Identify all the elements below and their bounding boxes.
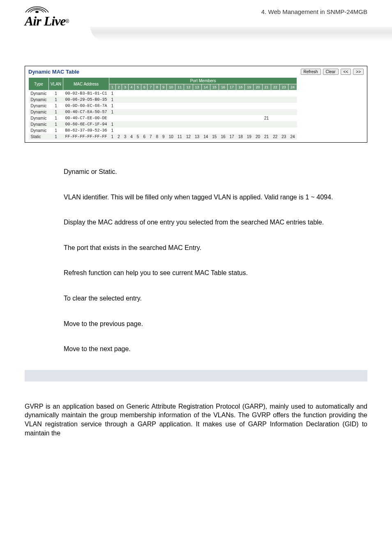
cell-port — [271, 121, 279, 127]
next-button[interactable]: >> — [353, 69, 364, 75]
cell-port — [122, 115, 129, 121]
cell-port — [219, 103, 227, 109]
cell-port — [193, 115, 201, 121]
cell-port — [254, 90, 262, 97]
cell-port — [262, 97, 271, 103]
cell-port — [288, 90, 297, 97]
cell-port: 20 — [254, 134, 262, 140]
prev-button[interactable]: << — [341, 69, 351, 75]
cell-port — [271, 109, 279, 115]
cell-port — [236, 109, 245, 115]
port-col-14: 14 — [201, 84, 210, 90]
port-col-5: 5 — [135, 84, 141, 90]
gvrp-paragraph: GVRP is an application based on Generic … — [25, 402, 367, 437]
cell-port — [135, 127, 141, 134]
cell-vlan: 1 — [48, 97, 63, 103]
cell-port — [141, 115, 148, 121]
breadcrumb: 4. Web Management in SNMP-24MGB — [261, 8, 367, 15]
clear-button[interactable]: Clear — [323, 69, 339, 75]
cell-port — [167, 90, 175, 97]
cell-port — [193, 90, 201, 97]
table-row: Dynamic1B8-62-37-89-52-361 — [29, 127, 297, 134]
def-vlan: VLAN identifier. This will be filled onl… — [64, 193, 353, 202]
port-col-9: 9 — [160, 84, 167, 90]
cell-port — [279, 90, 288, 97]
cell-port — [245, 115, 254, 121]
cell-port — [201, 115, 210, 121]
cell-port: 23 — [279, 134, 288, 140]
def-mac: Display the MAC address of one entry you… — [64, 218, 353, 227]
cell-port — [210, 127, 219, 134]
refresh-button[interactable]: Refresh — [301, 69, 321, 75]
cell-port — [154, 103, 161, 109]
cell-port — [154, 121, 161, 127]
registered-mark: ® — [66, 18, 69, 24]
definitions: Dynamic or Static. VLAN identifier. This… — [25, 167, 367, 354]
cell-port — [201, 103, 210, 109]
cell-port — [193, 109, 201, 115]
cell-port — [160, 103, 167, 109]
cell-port — [184, 103, 193, 109]
cell-port — [271, 103, 279, 109]
port-col-22: 22 — [271, 84, 279, 90]
port-col-19: 19 — [245, 84, 254, 90]
cell-port: 18 — [236, 134, 245, 140]
cell-port: 1 — [109, 121, 116, 127]
wifi-icon — [25, 4, 49, 13]
cell-port — [135, 90, 141, 97]
table-row: Static1FF-FF-FF-FF-FF-FF1234567891011121… — [29, 134, 297, 140]
cell-mac: FF-FF-FF-FF-FF-FF — [63, 134, 109, 140]
cell-port: 13 — [193, 134, 201, 140]
cell-port — [236, 127, 245, 134]
cell-port — [122, 121, 129, 127]
cell-port: 15 — [210, 134, 219, 140]
cell-port — [175, 97, 184, 103]
cell-port — [236, 103, 245, 109]
cell-port — [148, 90, 154, 97]
cell-port — [254, 115, 262, 121]
cell-type: Dynamic — [29, 121, 49, 127]
cell-port — [109, 115, 116, 121]
cell-port — [175, 109, 184, 115]
cell-port: 1 — [109, 90, 116, 97]
cell-port: 21 — [262, 134, 271, 140]
cell-port — [115, 127, 122, 134]
port-col-1: 1 — [109, 84, 116, 90]
cell-port — [210, 109, 219, 115]
cell-port — [219, 121, 227, 127]
cell-port — [160, 127, 167, 134]
cell-port — [154, 109, 161, 115]
port-col-20: 20 — [254, 84, 262, 90]
cell-port: 5 — [135, 134, 141, 140]
cell-port — [245, 127, 254, 134]
cell-port — [262, 103, 271, 109]
port-col-3: 3 — [122, 84, 129, 90]
cell-port — [288, 97, 297, 103]
cell-port — [262, 121, 271, 127]
cell-port — [128, 103, 135, 109]
cell-port — [148, 97, 154, 103]
cell-type: Dynamic — [29, 103, 49, 109]
cell-port — [148, 115, 154, 121]
cell-port — [128, 121, 135, 127]
cell-port — [175, 121, 184, 127]
cell-port — [160, 109, 167, 115]
cell-port — [219, 109, 227, 115]
cell-port — [184, 121, 193, 127]
cell-port: 14 — [201, 134, 210, 140]
cell-port — [219, 115, 227, 121]
cell-port — [279, 115, 288, 121]
col-mac: MAC Address — [63, 78, 109, 90]
cell-port — [228, 97, 236, 103]
port-col-23: 23 — [279, 84, 288, 90]
cell-mac: 00-40-C7-EE-00-DE — [63, 115, 109, 121]
cell-port — [141, 121, 148, 127]
cell-port: 1 — [109, 134, 116, 140]
cell-port: 9 — [160, 134, 167, 140]
port-col-13: 13 — [193, 84, 201, 90]
port-col-2: 2 — [115, 84, 122, 90]
cell-port — [279, 97, 288, 103]
table-row: Dynamic100-40-C7-EA-50-571 — [29, 109, 297, 115]
cell-vlan: 1 — [48, 103, 63, 109]
def-refresh: Refresh function can help you to see cur… — [64, 268, 353, 278]
